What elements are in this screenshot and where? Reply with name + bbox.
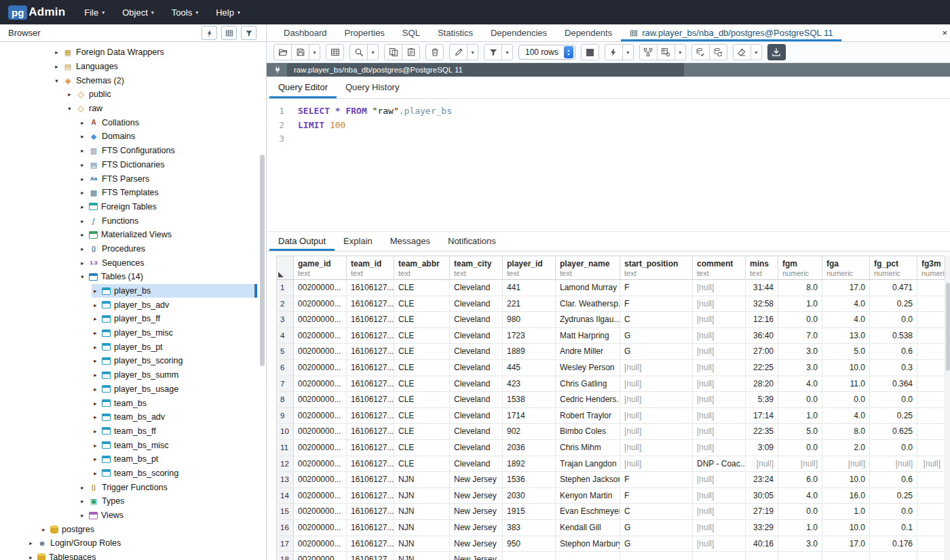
cell-team-abbr[interactable]: CLE	[394, 344, 450, 359]
chevron-right-icon[interactable]: ▸	[92, 386, 99, 393]
chevron-right-icon[interactable]: ▸	[92, 315, 99, 322]
cell-fg-pct[interactable]: 0.25	[870, 296, 917, 312]
column-header-team-city[interactable]: team_citytext	[450, 256, 503, 279]
cell-game-id[interactable]: 00200000...	[294, 376, 347, 392]
cell-team-abbr[interactable]: CLE	[394, 456, 450, 472]
tab-notifications[interactable]: Notifications	[439, 231, 505, 251]
cell-fgm[interactable]: 1.0	[778, 408, 822, 424]
tab-statistics[interactable]: Statistics	[429, 24, 482, 41]
menu-object[interactable]: Object▾	[122, 7, 154, 18]
cell-team-id[interactable]: 16106127...	[347, 296, 394, 312]
cell-comment[interactable]: [null]	[693, 296, 746, 312]
tree-item-tables-14[interactable]: ▾Tables (14)	[0, 270, 266, 284]
tab-query-editor[interactable]: Query Editor	[269, 77, 337, 98]
tree-item-login-group-roles[interactable]: ▸☻Login/Group Roles	[0, 536, 266, 551]
chevron-right-icon[interactable]: ▸	[92, 372, 99, 378]
cell-fg3m[interactable]	[917, 296, 945, 312]
cell-fg-pct[interactable]: 0.25	[870, 488, 917, 504]
connection-label[interactable]: raw.player_bs/nba_db/postgres@PostgreSQL…	[287, 63, 684, 77]
filter-data-button[interactable]	[241, 26, 256, 40]
tree-item-postgres[interactable]: ▸postgres	[0, 522, 266, 536]
chevron-right-icon[interactable]: ▸	[92, 329, 99, 336]
tree-item-team-bs-pt[interactable]: ▸team_bs_pt	[0, 452, 266, 466]
row-number[interactable]: 13	[277, 472, 294, 487]
cell-player-id[interactable]: 221	[503, 296, 556, 312]
chevron-right-icon[interactable]: ▸	[79, 498, 86, 504]
chevron-down-icon[interactable]: ▾	[53, 77, 60, 84]
cell-comment[interactable]: [null]	[693, 488, 746, 504]
cell-team-city[interactable]: New Jersey	[450, 536, 503, 552]
tree-item-trigger-functions[interactable]: ▸()Trigger Functions	[0, 480, 266, 494]
cell-player-name[interactable]: Stephen Jackson	[556, 472, 620, 487]
chevron-right-icon[interactable]: ▸	[40, 526, 48, 533]
cell-start-position[interactable]: F	[620, 472, 693, 487]
cell-mins[interactable]: 3:09	[746, 440, 778, 456]
explain-analyze-button[interactable]	[657, 44, 675, 60]
cell-fg3m[interactable]	[917, 344, 945, 359]
tree-item-functions[interactable]: ▸ƒFunctions	[0, 214, 266, 228]
cell-player-name[interactable]: Chris Gatling	[556, 376, 620, 392]
tree-item-fts-templates[interactable]: ▸▩FTS Templates	[0, 186, 266, 200]
chevron-right-icon[interactable]: ▸	[79, 512, 86, 519]
cell-fga[interactable]: 4.0	[822, 408, 870, 424]
cell-player-name[interactable]: Andre Miller	[556, 344, 620, 359]
cell-team-city[interactable]: Cleveland	[450, 376, 503, 392]
cell-fgm[interactable]: 0.0	[778, 440, 822, 456]
cell-mins[interactable]: 27:00	[746, 344, 778, 359]
row-number[interactable]: 10	[277, 424, 294, 439]
tree-item-player-bs-pt[interactable]: ▸player_bs_pt	[0, 340, 266, 354]
edit-options-button[interactable]: ▾	[467, 44, 478, 60]
row-number[interactable]: 9	[277, 408, 294, 424]
cell-mins[interactable]: 23:24	[746, 472, 778, 487]
cell-fg3m[interactable]	[917, 552, 945, 560]
paste-button[interactable]	[402, 44, 420, 60]
cell-team-city[interactable]: Cleveland	[450, 328, 503, 344]
menu-help[interactable]: Help▾	[216, 7, 240, 18]
cell-team-id[interactable]: 16106127...	[347, 504, 394, 519]
cell-team-city[interactable]: New Jersey	[450, 504, 503, 519]
tab-messages[interactable]: Messages	[381, 231, 439, 251]
cell-player-id[interactable]	[503, 552, 556, 560]
execute-button[interactable]	[605, 44, 623, 60]
cell-start-position[interactable]: C	[620, 312, 693, 327]
cell-team-abbr[interactable]: CLE	[394, 360, 450, 376]
cell-comment[interactable]: [null]	[693, 504, 746, 519]
cell-team-abbr[interactable]: CLE	[394, 408, 450, 424]
cell-fg3m[interactable]	[917, 392, 945, 407]
cell-fg3m[interactable]	[917, 440, 945, 456]
cell-player-name[interactable]: Kenyon Martin	[556, 488, 620, 504]
tree-item-foreign-data-wrappers[interactable]: ▸▦Foreign Data Wrappers	[0, 45, 266, 60]
explain-button[interactable]	[639, 44, 658, 60]
cell-player-name[interactable]: Clar. Weathersp...	[556, 296, 620, 312]
tree-item-procedures[interactable]: ▸()Procedures	[0, 242, 266, 256]
cell-player-id[interactable]: 1536	[503, 472, 556, 487]
cell-team-city[interactable]: Cleveland	[450, 344, 503, 359]
cell-comment[interactable]: [null]	[693, 440, 746, 456]
cell-game-id[interactable]: 00200000...	[294, 392, 347, 407]
cell-team-city[interactable]: Cleveland	[450, 280, 503, 296]
column-header-fg3m[interactable]: fg3mnumeric	[917, 256, 945, 279]
cell-fgm[interactable]: [null]	[778, 456, 822, 472]
commit-button[interactable]	[691, 44, 710, 60]
tree-item-team-bs-ff[interactable]: ▸team_bs_ff	[0, 424, 266, 439]
cell-player-id[interactable]: 423	[503, 376, 556, 392]
cell-team-city[interactable]: Cleveland	[450, 312, 503, 327]
tree-item-team-bs-adv[interactable]: ▸team_bs_adv	[0, 410, 266, 424]
chevron-down-icon[interactable]: ▾	[79, 273, 86, 280]
cell-team-abbr[interactable]: CLE	[394, 296, 450, 312]
select-all-cell[interactable]	[277, 256, 294, 279]
tree-item-player-bs-usage[interactable]: ▸player_bs_usage	[0, 382, 266, 397]
cell-player-name[interactable]: Bimbo Coles	[556, 424, 620, 439]
cell-player-name[interactable]: Cedric Henders...	[556, 392, 620, 407]
cell-fga[interactable]: 11.0	[822, 376, 870, 392]
cell-team-id[interactable]: 16106127...	[347, 520, 394, 536]
chevron-right-icon[interactable]: ▸	[92, 287, 99, 294]
execute-options-button[interactable]: ▾	[622, 44, 634, 60]
tab-dependencies[interactable]: Dependencies	[482, 24, 556, 41]
cell-fgm[interactable]: 0.0	[778, 504, 822, 519]
chevron-right-icon[interactable]: ▸	[92, 414, 99, 420]
menu-tools[interactable]: Tools▾	[172, 7, 198, 18]
cell-fg-pct[interactable]: 0.471	[870, 280, 917, 296]
cell-mins[interactable]: 30:05	[746, 488, 778, 504]
cell-team-city[interactable]: New Jersey	[450, 472, 503, 487]
